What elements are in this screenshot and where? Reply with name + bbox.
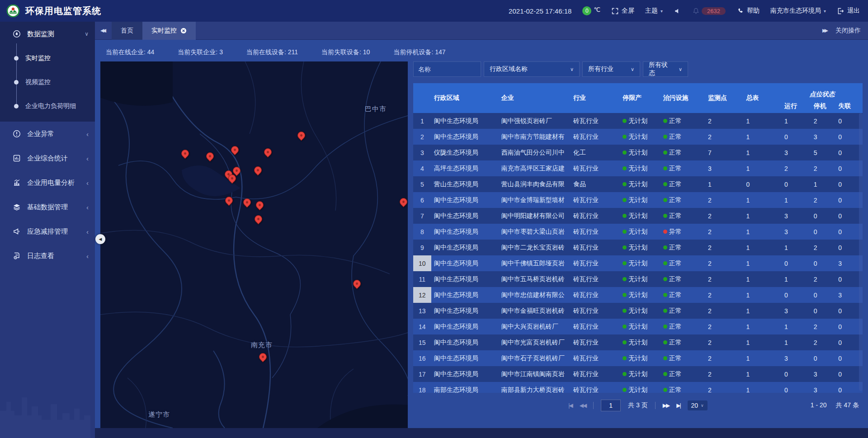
alarm-button[interactable]: 2632	[692, 7, 726, 15]
status-dot	[663, 214, 667, 218]
fullscreen-button[interactable]: 全屏	[611, 7, 634, 15]
sidebar-item[interactable]: 应急减排管理 ‹	[0, 219, 95, 244]
sidebar-item[interactable]: 企业异常 ‹	[0, 122, 95, 146]
row-number: 7	[413, 208, 431, 224]
topbar-actions: 2021-02-25 17:46:18 0 ℃ 全屏 主题 ▾	[509, 6, 860, 15]
org-menu[interactable]: 南充市生态环境局 ▾	[770, 7, 826, 15]
status-dot	[623, 198, 627, 202]
sidebar-item[interactable]: 企业综合统计 ‹	[0, 146, 95, 170]
table-row[interactable]: 15 阆中生态环境局 阆中市光富页岩机砖厂 砖瓦行业 无计划 正常 2 1 1 …	[413, 334, 863, 350]
sound-button[interactable]	[674, 7, 681, 15]
cell-running: 0	[782, 287, 811, 303]
map-city-label: 遂宁市	[148, 410, 170, 419]
previous-page-button[interactable]: ◀◀	[580, 402, 586, 409]
name-filter-input[interactable]	[413, 61, 481, 77]
cell-meters: 1	[744, 382, 782, 393]
table-row[interactable]: 13 阆中生态环境局 阆中市金福旺页岩机砖 砖瓦行业 无计划 正常 2 1 3 …	[413, 303, 863, 319]
cell-plan: 无计划	[620, 287, 660, 303]
cell-lost: 0	[835, 350, 863, 366]
table-row[interactable]: 14 阆中生态环境局 阆中大兴页岩机砖厂 砖瓦行业 无计划 正常 2 1 1 2…	[413, 319, 863, 334]
tab-strip: ◀◀ 首页 实时监控 ▶▶ 关闭操作	[95, 22, 868, 40]
logout-button[interactable]: 退出	[837, 7, 860, 15]
table-row[interactable]: 12 阆中生态环境局 阆中市忠信建材有限公 砖瓦行业 无计划 正常 2 1 0 …	[413, 287, 863, 303]
cell-facility: 正常	[660, 366, 705, 382]
tab-home[interactable]: 首页	[112, 22, 142, 40]
next-page-button[interactable]: ▶▶	[663, 402, 669, 409]
sidebar-item[interactable]: 数据监测 ∨	[0, 22, 95, 46]
table-row[interactable]: 5 营山生态环境局 营山县润丰肉食品有限 食品 无计划 正常 1 0 0 1 0	[413, 176, 863, 192]
bell-icon	[692, 7, 700, 15]
table-scrollbar[interactable]	[859, 113, 863, 391]
status-dot	[623, 372, 627, 376]
status-dot	[623, 309, 627, 313]
table-row[interactable]: 7 阆中生态环境局 阆中明阳建材有限公司 砖瓦行业 无计划 正常 2 1 3 0…	[413, 208, 863, 224]
table-row[interactable]: 2 阆中生态环境局 阆中市南方节能建材有 砖瓦行业 无计划 正常 2 1 0 3…	[413, 129, 863, 145]
temperature-badge: 0	[582, 6, 591, 15]
status-dot	[663, 309, 667, 313]
table-row[interactable]: 6 阆中生态环境局 阆中市金博瑞新型墙材 砖瓦行业 无计划 正常 2 1 1 2…	[413, 192, 863, 208]
close-tab-icon[interactable]	[180, 28, 187, 34]
megaphone-icon	[13, 227, 21, 235]
status-bar: 当前在线企业: 44当前失联企业: 3当前在线设备: 211当前失联设备: 10…	[95, 40, 868, 61]
phone-icon	[736, 7, 744, 15]
cell-meters: 1	[744, 160, 782, 176]
table-row[interactable]: 4 高坪生态环境局 南充市高坪区王家店建 砖瓦行业 无计划 正常 3 1 2 2…	[413, 160, 863, 176]
sidebar-item[interactable]: 企业用电量分析 ‹	[0, 170, 95, 195]
cell-points: 2	[705, 303, 743, 319]
first-page-button[interactable]: |◀	[568, 402, 572, 409]
page-number-input[interactable]	[601, 400, 621, 411]
cell-industry: 砖瓦行业	[571, 224, 620, 240]
cell-meters: 1	[744, 113, 782, 129]
region-filter-select[interactable]: 行政区域名称 ∨	[484, 61, 580, 77]
table-row[interactable]: 8 阆中生态环境局 阆中市枣碧大梁山页岩 砖瓦行业 无计划 异常 2 1 3 0…	[413, 224, 863, 240]
cell-company: 阆中强锐页岩砖厂	[499, 113, 571, 129]
status-item: 当前在线设备: 211	[246, 48, 298, 57]
cell-running: 1	[782, 319, 811, 334]
status-dot	[623, 245, 627, 250]
page-size-select[interactable]: 20 ∨	[688, 400, 708, 410]
sidebar-item[interactable]: 基础数据管理 ‹	[0, 195, 95, 219]
table-row[interactable]: 3 仪陇生态环境局 西南油气田分公司川中 化工 无计划 正常 7 1 3 5 0	[413, 145, 863, 160]
status-dot	[623, 277, 627, 281]
cell-facility: 正常	[660, 160, 705, 176]
col-header-meters: 总表	[744, 83, 782, 113]
table-row[interactable]: 17 阆中生态环境局 阆中市江南镇阆南页岩 砖瓦行业 无计划 正常 2 1 0 …	[413, 366, 863, 382]
last-page-button[interactable]: ▶|	[676, 402, 680, 409]
sidebar-subitem[interactable]: 实时监控	[0, 46, 95, 70]
table-row[interactable]: 11 阆中生态环境局 阆中市五马桥页岩机砖 砖瓦行业 无计划 正常 2 1 1 …	[413, 271, 863, 287]
table-row[interactable]: 10 阆中生态环境局 阆中千佛镇五郎垭页岩 砖瓦行业 无计划 正常 2 1 0 …	[413, 255, 863, 271]
col-header-facility: 治污设施	[660, 83, 705, 113]
cell-stopped: 2	[811, 113, 836, 129]
sidebar-subitem[interactable]: 视频监控	[0, 70, 95, 94]
tab-realtime-monitor[interactable]: 实时监控	[142, 22, 196, 40]
cell-plan: 无计划	[620, 208, 660, 224]
theme-menu[interactable]: 主题 ▾	[645, 7, 663, 15]
row-number: 8	[413, 224, 431, 240]
cell-region: 营山生态环境局	[431, 176, 499, 192]
table-row[interactable]: 1 阆中生态环境局 阆中强锐页岩砖厂 砖瓦行业 无计划 正常 2 1 1 2 0	[413, 113, 863, 129]
record-total-label: 共 47 条	[836, 401, 859, 410]
sidebar-item[interactable]: 日志查看 ‹	[0, 244, 95, 268]
cell-meters: 1	[744, 240, 782, 255]
cell-company: 阆中市二龙长宝页岩砖	[499, 240, 571, 255]
tabs-scroll-left-button[interactable]: ◀◀	[95, 28, 112, 33]
table-row[interactable]: 16 阆中生态环境局 阆中市石子页岩机砖厂 砖瓦行业 无计划 正常 2 1 3 …	[413, 350, 863, 366]
temperature: 0 ℃	[582, 6, 600, 15]
close-operations-button[interactable]: 关闭操作	[835, 27, 861, 35]
cell-lost: 0	[835, 145, 863, 160]
help-button[interactable]: 帮助	[736, 7, 760, 15]
status-filter-select[interactable]: 所有状态 ∨	[643, 61, 688, 77]
industry-filter-select[interactable]: 所有行业 ∨	[582, 61, 640, 77]
tabs-scroll-right-button[interactable]: ▶▶	[822, 28, 826, 33]
table-row[interactable]: 9 阆中生态环境局 阆中市二龙长宝页岩砖 砖瓦行业 无计划 正常 2 1 1 2…	[413, 240, 863, 255]
cell-plan: 无计划	[620, 334, 660, 350]
cell-points: 2	[705, 334, 743, 350]
cell-running: 1	[782, 334, 811, 350]
status-dot	[623, 182, 627, 186]
sidebar: 数据监测 ∨ 实时监控 视频监控 企业电力负荷明细 企业异常 ‹ 企业综合统计 …	[0, 22, 95, 438]
map-city-label: 巴中市	[365, 105, 387, 113]
map-collapse-button[interactable]: ◀	[95, 234, 105, 244]
filter-bar: 行政区域名称 ∨ 所有行业 ∨ 所有状态 ∨	[413, 61, 863, 77]
table-row[interactable]: 18 南部生态环境局 南部县新力大桥页岩砖 砖瓦行业 无计划 正常 2 1 0 …	[413, 382, 863, 393]
sidebar-subitem[interactable]: 企业电力负荷明细	[0, 94, 95, 118]
